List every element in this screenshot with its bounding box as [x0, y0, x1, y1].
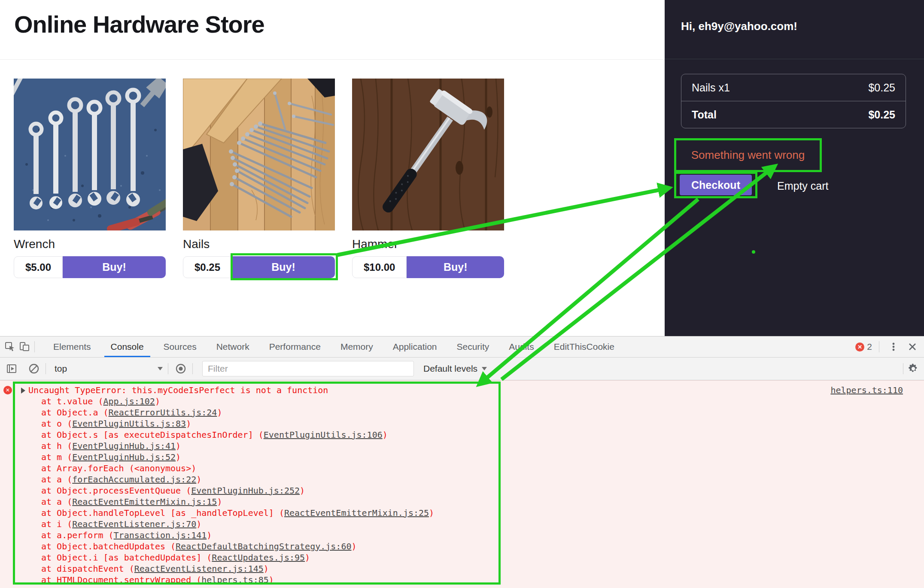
console-filter-input[interactable]: [202, 361, 414, 376]
product-card-hammer: Hammer $10.00 Buy!: [352, 79, 504, 278]
console-settings-gear-icon[interactable]: [906, 361, 921, 376]
stack-trace-line: at a.perform (Transaction.js:141): [41, 530, 434, 541]
stack-trace-line: at Object.s [as executeDispatchesInOrder…: [41, 429, 434, 440]
stack-trace-line: at a (ReactEventEmitterMixin.js:15): [41, 496, 434, 507]
checkout-button[interactable]: Checkout: [680, 175, 752, 195]
buy-button-nails[interactable]: Buy!: [232, 256, 335, 278]
console-sidebar-icon[interactable]: [4, 361, 19, 376]
stack-trace-line: at HTMLDocument.sentryWrapped (helpers.t…: [41, 574, 434, 585]
tab-security[interactable]: Security: [447, 336, 499, 357]
console-toolbar: top Default levels: [0, 358, 924, 380]
cart-item-row: Nails x1 $0.25: [681, 74, 906, 101]
console-toolbar-right: [900, 361, 924, 376]
tab-network[interactable]: Network: [207, 336, 259, 357]
product-list: Wrench $5.00 Buy!: [14, 79, 504, 278]
stack-source-link[interactable]: EventPluginUtils.js:83: [72, 418, 186, 429]
separator: [903, 363, 903, 374]
cart-error-message: Something went wrong: [691, 149, 805, 162]
stack-source-link[interactable]: EventPluginHub.js:252: [191, 485, 300, 496]
devtools-tab-strip: ElementsConsoleSourcesNetworkPerformance…: [43, 336, 624, 357]
stack-source-link[interactable]: App.js:102: [103, 396, 155, 406]
console-error-message: Uncaught TypeError: this.myCodeIsPerfect…: [28, 385, 434, 396]
tab-editthiscookie[interactable]: EditThisCookie: [544, 336, 624, 357]
devtools-panel: ElementsConsoleSourcesNetworkPerformance…: [0, 336, 924, 588]
cart-item-label: Nails x1: [692, 82, 730, 94]
buy-button-hammer[interactable]: Buy!: [407, 256, 504, 278]
page-title: Online Hardware Store: [14, 10, 264, 38]
devtools-tabbar-right: ✕ 2: [855, 339, 924, 354]
stack-trace-line: at Object.i [as batchedUpdates] (ReactUp…: [41, 552, 434, 563]
stack-source-link[interactable]: EventPluginHub.js:52: [72, 452, 176, 462]
stack-trace-line: at t.value (App.js:102): [41, 396, 434, 407]
product-price: $0.25: [183, 256, 232, 278]
stack-trace-line: at a (forEachAccumulated.js:22): [41, 474, 434, 485]
stack-source-link[interactable]: ReactEventListener.js:70: [72, 519, 196, 529]
stack-source-link[interactable]: ReactEventEmitterMixin.js:25: [284, 508, 429, 518]
separator: [34, 341, 35, 352]
inspect-element-icon[interactable]: [3, 339, 17, 354]
separator: [879, 341, 879, 352]
wrench-product-image: [14, 79, 166, 230]
error-count: 2: [867, 342, 872, 352]
empty-cart-button[interactable]: Empty cart: [777, 180, 828, 192]
stack-trace-line: at Object.handleTopLevel [as _handleTopL…: [41, 507, 434, 518]
stack-trace-line: at Array.forEach (<anonymous>): [41, 463, 434, 474]
stack-trace: at t.value (App.js:102)at Object.a (Reac…: [28, 396, 434, 585]
more-options-icon[interactable]: [886, 339, 901, 354]
nails-product-image: [183, 79, 335, 230]
stack-source-link[interactable]: forEachAccumulated.js:22: [72, 474, 196, 485]
price-row: $0.25 Buy!: [183, 256, 335, 278]
device-toolbar-icon[interactable]: [17, 339, 32, 354]
price-row: $5.00 Buy!: [14, 256, 166, 278]
cart-table: Nails x1 $0.25 Total $0.25: [681, 74, 906, 128]
stack-trace-line: at o (EventPluginUtils.js:83): [41, 418, 434, 429]
error-icon: ✕: [3, 386, 12, 394]
store-header: Online Hardware Store: [0, 0, 665, 60]
separator: [168, 363, 168, 374]
chevron-down-icon: [158, 367, 163, 370]
product-price: $10.00: [352, 256, 407, 278]
chevron-down-icon: [482, 367, 487, 370]
stack-source-link[interactable]: ReactEventEmitterMixin.js:15: [72, 497, 217, 507]
tab-application[interactable]: Application: [383, 336, 447, 357]
stack-source-link[interactable]: EventPluginHub.js:41: [72, 441, 176, 451]
stack-trace-line: at Object.a (ReactErrorUtils.js:24): [41, 407, 434, 418]
tab-performance[interactable]: Performance: [259, 336, 331, 357]
stack-source-link[interactable]: ReactErrorUtils.js:24: [109, 407, 217, 418]
checkout-annotation-box: Checkout: [674, 172, 757, 198]
annotation-dot: [752, 250, 755, 254]
clear-console-icon[interactable]: [27, 361, 41, 376]
tab-sources[interactable]: Sources: [154, 336, 207, 357]
tab-audits[interactable]: Audits: [499, 336, 544, 357]
log-levels-selector[interactable]: Default levels: [423, 364, 487, 374]
product-name: Hammer: [352, 237, 504, 251]
stack-source-link[interactable]: ReactEventListener.js:145: [134, 564, 264, 574]
tab-elements[interactable]: Elements: [43, 336, 101, 357]
error-badge-icon: ✕: [855, 342, 864, 352]
user-greeting: Hi, eh9y@yahoo.com!: [681, 20, 797, 33]
stack-source-link[interactable]: Transaction.js:141: [114, 530, 207, 540]
console-source-link[interactable]: helpers.ts:110: [830, 385, 903, 396]
tab-memory[interactable]: Memory: [331, 336, 383, 357]
store-page: Online Hardware Store: [0, 0, 665, 336]
close-devtools-icon[interactable]: [905, 339, 920, 354]
separator: [192, 363, 193, 374]
tab-console[interactable]: Console: [101, 336, 154, 357]
stack-source-link[interactable]: EventPluginUtils.js:106: [264, 430, 383, 440]
error-counter[interactable]: ✕ 2: [855, 342, 872, 352]
separator: [46, 363, 46, 374]
stack-trace-line: at dispatchEvent (ReactEventListener.js:…: [41, 563, 434, 574]
price-row: $10.00 Buy!: [352, 256, 504, 278]
stack-source-link[interactable]: helpers.ts:85: [201, 575, 269, 585]
context-selector[interactable]: top: [55, 364, 163, 374]
live-expression-eye-icon[interactable]: [173, 361, 188, 376]
cart-panel: Hi, eh9y@yahoo.com! Nails x1 $0.25 Total…: [665, 0, 924, 336]
stack-source-link[interactable]: ReactDefaultBatchingStrategy.js:60: [176, 541, 351, 552]
cart-total-label: Total: [692, 109, 717, 121]
product-price: $5.00: [14, 256, 63, 278]
devtools-tabbar: ElementsConsoleSourcesNetworkPerformance…: [0, 336, 924, 358]
cart-total-value: $0.25: [868, 109, 895, 121]
buy-button-wrench[interactable]: Buy!: [63, 256, 166, 278]
expand-triangle-icon[interactable]: [21, 388, 25, 394]
stack-source-link[interactable]: ReactUpdates.js:95: [212, 552, 305, 563]
